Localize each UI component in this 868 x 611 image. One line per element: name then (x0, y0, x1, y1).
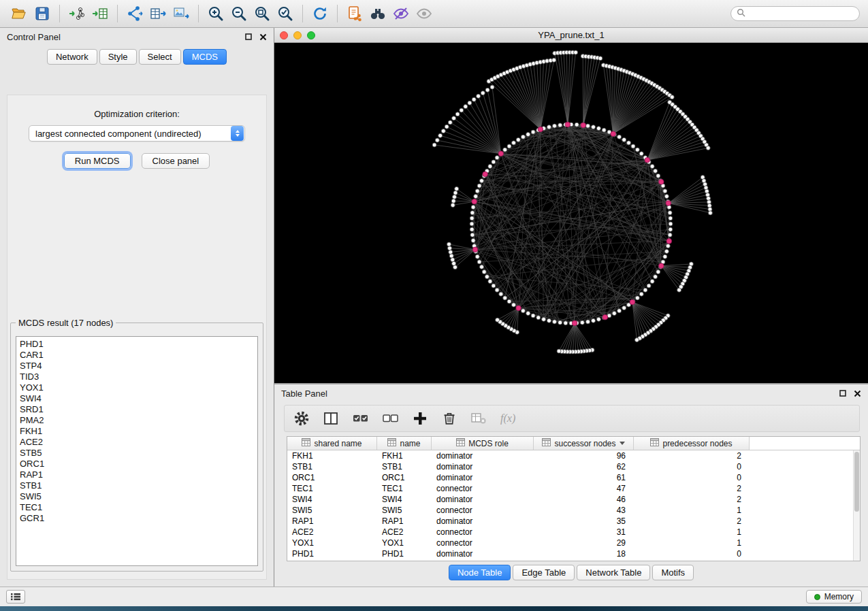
tab-network[interactable]: Network (47, 49, 97, 65)
table-row[interactable]: ORC1ORC1dominator610 (287, 472, 860, 483)
table-cell: 43 (534, 506, 634, 515)
table-row[interactable]: RAP1RAP1dominator352 (287, 516, 860, 527)
table-row[interactable]: ACE2ACE2connector311 (287, 527, 860, 538)
result-node[interactable]: SRD1 (20, 404, 254, 415)
zoom-out-icon[interactable] (228, 3, 250, 24)
scrollbar-thumb[interactable] (854, 452, 859, 512)
save-session-icon[interactable] (31, 3, 53, 24)
zoom-in-icon[interactable] (205, 3, 227, 24)
column-header-predecessor-nodes[interactable]: predecessor nodes (634, 437, 750, 450)
function-builder-icon[interactable]: f(x) (499, 409, 524, 428)
status-bar: Memory (0, 587, 868, 606)
table-cell: PHD1 (377, 549, 432, 559)
refresh-view-icon[interactable] (309, 3, 331, 24)
table-row[interactable]: SWI5SWI5connector431 (287, 505, 860, 516)
export-network-icon[interactable] (124, 3, 146, 24)
document-share-icon[interactable] (344, 3, 366, 24)
mcds-result-list[interactable]: PHD1CAR1STP4TID3YOX1SWI4SRD1PMA2FKH1ACE2… (16, 336, 258, 566)
result-node[interactable]: GCR1 (20, 513, 254, 524)
deselect-all-rows-icon[interactable] (381, 409, 400, 428)
column-header-successor-nodes[interactable]: successor nodes (534, 437, 634, 450)
column-header-MCDS-role[interactable]: MCDS role (432, 437, 534, 450)
table-row[interactable]: FKH1FKH1dominator962 (287, 450, 860, 461)
table-row[interactable]: SWI4SWI4dominator462 (287, 494, 860, 505)
table-scrollbar[interactable] (853, 450, 860, 561)
result-node[interactable]: ACE2 (20, 437, 254, 448)
column-header-shared-name[interactable]: shared name (287, 437, 377, 450)
toolbar-separator (337, 5, 338, 22)
close-panel-button[interactable]: Close panel (142, 153, 210, 169)
close-panel-icon[interactable] (854, 390, 861, 397)
table-cell: connector (432, 506, 534, 515)
search-input[interactable] (749, 9, 854, 18)
memory-button[interactable]: Memory (806, 590, 862, 604)
table-row[interactable]: PHD1PHD1dominator180 (287, 548, 860, 559)
export-image-icon[interactable] (170, 3, 192, 24)
column-header-name[interactable]: name (377, 437, 432, 450)
table-cell: 61 (534, 473, 634, 482)
result-node[interactable]: STB1 (20, 480, 254, 491)
criterion-dropdown[interactable]: largest connected component (undirected) (29, 125, 245, 142)
result-node[interactable]: TEC1 (20, 502, 254, 513)
open-file-icon[interactable] (8, 3, 30, 24)
export-table-icon[interactable] (147, 3, 169, 24)
delete-table-icon[interactable] (470, 409, 487, 428)
run-mcds-button[interactable]: Run MCDS (64, 153, 131, 169)
zoom-selected-icon[interactable] (274, 3, 296, 24)
eye-icon[interactable] (413, 3, 435, 24)
result-node[interactable]: STP4 (20, 361, 254, 371)
close-panel-icon[interactable] (259, 33, 267, 41)
desktop-background (0, 606, 868, 611)
table-cell: 2 (634, 495, 750, 504)
result-node[interactable]: TID3 (20, 371, 254, 382)
result-node[interactable]: YOX1 (20, 382, 254, 393)
zoom-fit-icon[interactable] (251, 3, 273, 24)
binoculars-find-icon[interactable] (367, 3, 389, 24)
table-cell: TEC1 (377, 484, 432, 493)
float-window-icon[interactable] (245, 33, 252, 40)
table-settings-icon[interactable] (293, 409, 310, 428)
result-node[interactable]: CAR1 (20, 350, 254, 361)
glasses-icon[interactable] (390, 3, 412, 24)
window-close-icon[interactable] (280, 31, 288, 39)
search-box[interactable] (730, 6, 860, 21)
table-cell: RAP1 (287, 516, 377, 526)
result-node[interactable]: RAP1 (20, 469, 254, 480)
tab-mcds[interactable]: MCDS (183, 49, 227, 65)
tab-edge-table[interactable]: Edge Table (513, 565, 575, 580)
import-table-from-file-icon[interactable] (89, 3, 111, 24)
import-network-from-file-icon[interactable] (66, 3, 88, 24)
result-node[interactable]: SWI4 (20, 393, 254, 404)
table-cell: 18 (534, 549, 634, 559)
network-window-titlebar[interactable]: YPA_prune.txt_1 (274, 28, 868, 43)
result-node[interactable]: PHD1 (20, 339, 254, 350)
node-table: shared namenameMCDS rolesuccessor nodesp… (287, 436, 861, 561)
result-node[interactable]: STB5 (20, 448, 254, 459)
result-node[interactable]: SWI5 (20, 491, 254, 502)
table-row[interactable]: YOX1YOX1connector291 (287, 538, 860, 548)
table-cell: SWI5 (377, 506, 432, 515)
result-node[interactable]: PMA2 (20, 415, 254, 426)
select-all-rows-icon[interactable] (351, 409, 370, 428)
table-row[interactable]: STB1STB1dominator620 (287, 461, 860, 472)
table-cell: YOX1 (377, 538, 432, 548)
float-window-icon[interactable] (839, 390, 846, 397)
network-title: YPA_prune.txt_1 (274, 30, 868, 40)
control-panel-title: Control Panel (7, 32, 61, 42)
tab-motifs[interactable]: Motifs (652, 565, 694, 580)
tab-network-table[interactable]: Network Table (577, 565, 650, 580)
network-canvas[interactable] (274, 43, 868, 383)
window-zoom-icon[interactable] (307, 31, 315, 39)
tab-select[interactable]: Select (139, 49, 181, 65)
delete-columns-icon[interactable] (440, 409, 458, 428)
toggle-columns-icon[interactable] (322, 409, 340, 428)
create-column-icon[interactable] (411, 409, 429, 428)
tab-node-table[interactable]: Node Table (449, 565, 511, 580)
table-row[interactable]: TEC1TEC1connector472 (287, 483, 860, 494)
result-node[interactable]: ORC1 (20, 459, 254, 469)
task-history-button[interactable] (6, 590, 25, 604)
tab-style[interactable]: Style (99, 49, 137, 65)
result-node[interactable]: FKH1 (20, 426, 254, 437)
window-minimize-icon[interactable] (293, 31, 302, 39)
table-cell: SWI5 (287, 506, 377, 515)
